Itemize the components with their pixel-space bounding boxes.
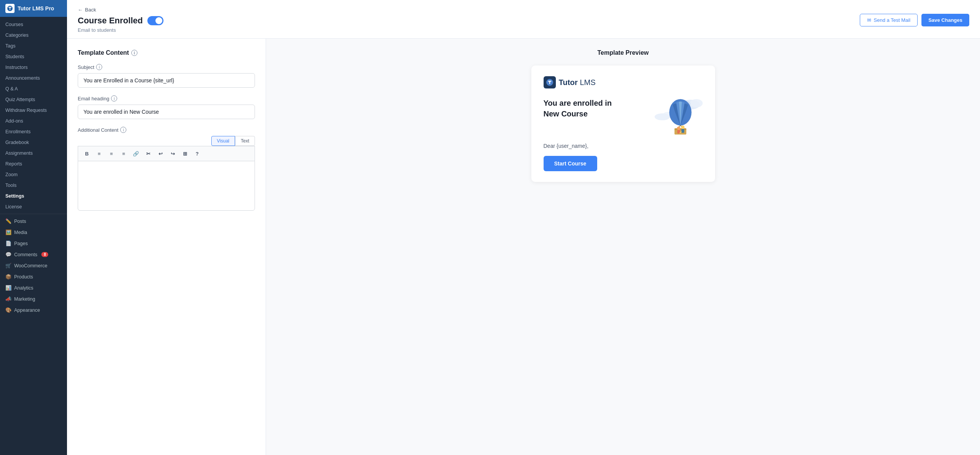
unlink-button[interactable]: ✂ — [143, 149, 153, 159]
sidebar-item-reports[interactable]: Reports — [0, 159, 67, 169]
sidebar-item-appearance[interactable]: 🎨Appearance — [0, 304, 67, 316]
sidebar-item-withdraw-requests[interactable]: Withdraw Requests — [0, 105, 67, 116]
comments-badge: 8 — [41, 252, 48, 257]
header-actions: ✉ Send a Test Mail Save Changes — [860, 14, 969, 26]
svg-point-3 — [690, 99, 702, 108]
bold-button[interactable]: B — [82, 149, 92, 159]
sidebar-item-quiz-attempts[interactable]: Quiz Attempts — [0, 94, 67, 105]
preview-heading: You are enrolled in New Course — [544, 98, 628, 119]
sidebar-item-label-appearance: Appearance — [14, 308, 40, 313]
sidebar-item-posts[interactable]: ✏️Posts — [0, 216, 67, 227]
help-button[interactable]: ? — [192, 149, 202, 159]
sidebar: Tutor LMS Pro CoursesCategoriesTagsStude… — [0, 0, 67, 455]
sidebar-item-label-media: Media — [14, 230, 27, 235]
undo-button[interactable]: ↩ — [155, 149, 165, 159]
additional-content-label: Additional Content i — [78, 127, 255, 133]
sidebar-logo[interactable]: Tutor LMS Pro — [0, 0, 67, 17]
sidebar-item-tools[interactable]: Tools — [0, 180, 67, 191]
preview-logo: Tutor LMS — [544, 76, 703, 88]
analytics-icon: 📊 — [5, 285, 11, 291]
sidebar-item-tags[interactable]: Tags — [0, 41, 67, 51]
sidebar-item-assignments[interactable]: Assignments — [0, 148, 67, 159]
sidebar-item-courses[interactable]: Courses — [0, 19, 67, 30]
additional-content-editor[interactable] — [78, 161, 255, 211]
sidebar-item-enrollments[interactable]: Enrollments — [0, 126, 67, 137]
posts-icon: ✏️ — [5, 218, 11, 224]
sidebar-item-label-marketing: Marketing — [14, 296, 35, 302]
save-changes-button[interactable]: Save Changes — [921, 14, 969, 26]
page-wrapper: ← Back Course Enrolled Email to students… — [67, 0, 980, 455]
sidebar-item-label-products: Products — [14, 274, 33, 280]
template-content-title: Template Content i — [78, 49, 255, 56]
email-heading-field-group: Email heading i — [78, 95, 255, 119]
sidebar-item-products[interactable]: 📦Products — [0, 271, 67, 282]
sidebar-item-comments[interactable]: 💬Comments8 — [0, 249, 67, 260]
sidebar-item-marketing[interactable]: 📣Marketing — [0, 293, 67, 304]
heading-info-icon: i — [111, 95, 117, 101]
left-panel: Template Content i Subject i Email headi… — [67, 39, 266, 455]
sidebar-item-announcements[interactable]: Announcements — [0, 73, 67, 83]
sidebar-item-analytics[interactable]: 📊Analytics — [0, 282, 67, 293]
content-area: Template Content i Subject i Email headi… — [67, 39, 980, 455]
align-center-button[interactable]: ≡ — [106, 149, 116, 159]
sidebar-item-add-ons[interactable]: Add-ons — [0, 116, 67, 126]
nav-divider — [0, 214, 67, 214]
svg-point-14 — [681, 126, 684, 129]
page-header: ← Back Course Enrolled Email to students… — [67, 0, 980, 39]
send-icon: ✉ — [867, 17, 871, 23]
template-content-info-icon: i — [131, 50, 137, 56]
sidebar-item-qa[interactable]: Q & A — [0, 83, 67, 94]
align-right-button[interactable]: ≡ — [119, 149, 129, 159]
subject-label: Subject i — [78, 64, 255, 70]
sidebar-item-gradebook[interactable]: Gradebook — [0, 137, 67, 148]
additional-info-icon: i — [120, 127, 126, 133]
preview-dear-text: Dear {user_name}, — [544, 143, 703, 149]
sidebar-item-license[interactable]: License — [0, 201, 67, 212]
appearance-icon: 🎨 — [5, 307, 11, 313]
send-test-mail-button[interactable]: ✉ Send a Test Mail — [860, 14, 918, 26]
sidebar-item-zoom[interactable]: Zoom — [0, 169, 67, 180]
link-button[interactable]: 🔗 — [131, 149, 141, 159]
subject-info-icon: i — [96, 64, 102, 70]
logo-icon — [5, 4, 15, 13]
sidebar-item-label-comments: Comments — [14, 252, 37, 257]
sidebar-item-woocommerce[interactable]: 🛒WooCommerce — [0, 260, 67, 271]
woocommerce-icon: 🛒 — [5, 263, 11, 268]
marketing-icon: 📣 — [5, 296, 11, 302]
tab-visual[interactable]: Visual — [211, 136, 235, 146]
sidebar-item-students[interactable]: Students — [0, 51, 67, 62]
enrolled-toggle[interactable] — [147, 16, 163, 25]
start-course-button[interactable]: Start Course — [544, 156, 597, 171]
balloon-illustration — [653, 98, 703, 136]
preview-logo-icon — [544, 76, 556, 88]
svg-point-12 — [677, 126, 680, 130]
sidebar-item-pages[interactable]: 📄Pages — [0, 238, 67, 249]
sidebar-item-instructors[interactable]: Instructors — [0, 62, 67, 73]
tab-text[interactable]: Text — [235, 136, 255, 146]
heading-label: Email heading i — [78, 95, 255, 101]
editor-toolbar: B ≡ ≡ ≡ 🔗 ✂ ↩ ↪ ⊞ ? — [78, 146, 255, 161]
table-button[interactable]: ⊞ — [180, 149, 190, 159]
preview-main: You are enrolled in New Course — [544, 98, 703, 136]
sidebar-item-label-pages: Pages — [14, 241, 28, 246]
svg-rect-11 — [674, 128, 686, 130]
additional-content-section: Additional Content i Visual Text B ≡ ≡ ≡… — [78, 127, 255, 211]
sidebar-nav: CoursesCategoriesTagsStudentsInstructors… — [0, 17, 67, 455]
sidebar-item-settings[interactable]: Settings — [0, 191, 67, 201]
sidebar-item-categories[interactable]: Categories — [0, 30, 67, 41]
back-label: Back — [85, 7, 96, 13]
subject-input[interactable] — [78, 73, 255, 88]
title-text: Course Enrolled — [78, 16, 143, 26]
page-title: Course Enrolled — [78, 16, 163, 26]
products-icon: 📦 — [5, 274, 11, 280]
sidebar-item-label-posts: Posts — [14, 219, 26, 224]
heading-input[interactable] — [78, 105, 255, 119]
align-left-button[interactable]: ≡ — [94, 149, 104, 159]
sidebar-item-label-woocommerce: WooCommerce — [14, 263, 47, 268]
redo-button[interactable]: ↪ — [168, 149, 178, 159]
pages-icon: 📄 — [5, 241, 11, 246]
media-icon: 🖼️ — [5, 229, 11, 235]
logo-text: Tutor LMS Pro — [18, 5, 54, 11]
back-link[interactable]: ← Back — [78, 7, 163, 13]
sidebar-item-media[interactable]: 🖼️Media — [0, 227, 67, 238]
